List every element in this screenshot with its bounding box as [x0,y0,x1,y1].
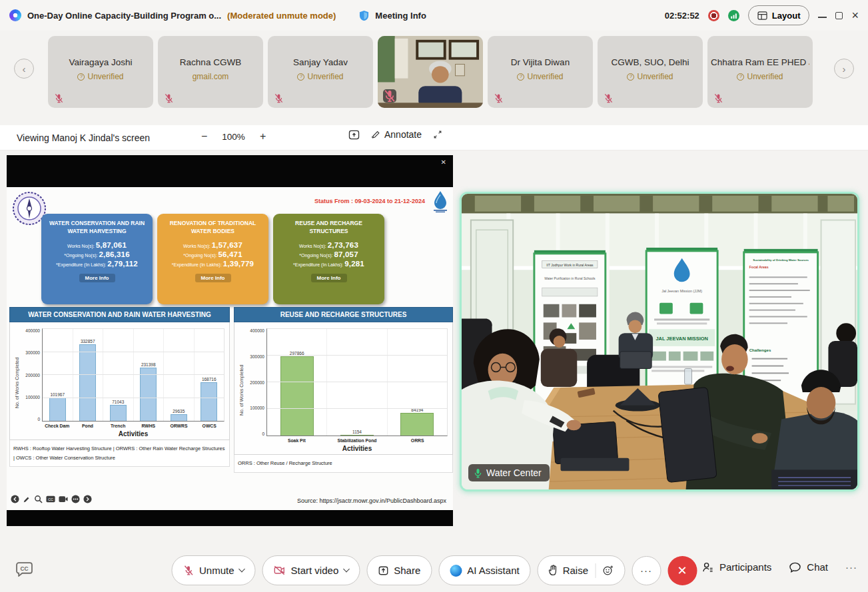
card-renovation: RENOVATION OF TRADITIONAL WATER BODIES W… [157,214,268,304]
annotate-button[interactable]: Annotate [371,129,422,140]
layout-grid-icon [757,11,767,20]
raise-hand-button[interactable]: Raise [538,555,625,585]
annotate-pen-icon [371,130,380,139]
plot-area: 297866115484194 [266,328,448,436]
unmute-button[interactable]: Unmute [171,555,256,585]
minimize-button[interactable] [818,17,827,18]
chevron-down-icon [343,566,350,573]
participants-icon [701,561,714,573]
zoom-out-button[interactable]: − [199,129,210,144]
restore-button[interactable] [835,12,843,19]
more-icon [71,495,80,503]
recording-indicator-icon [708,10,719,21]
public-dashboard: Status From : 09-03-2024 to 21-12-2024 W… [7,187,453,510]
participant-name: Rachna CGWB [180,57,241,67]
y-axis-label: No. of Works Completed [15,328,22,438]
unverified-icon: ? [297,73,304,81]
leave-meeting-button[interactable]: ✕ [667,556,697,585]
share-icon [378,565,388,576]
remote-close-icon: ✕ [441,158,446,166]
mic-muted-icon [713,93,723,103]
filmstrip-tiles: Vairagaya Joshi?UnverifiedRachna CGWBgma… [48,36,813,108]
summary-cards: WATER CONSERVATION AND RAIN WATER HARVES… [41,214,384,304]
y-axis-label: No. of Works Completed [239,328,246,452]
shared-screen-top-bar: ✕ [7,155,453,187]
participant-tile[interactable]: CGWB, SUO, Delhi?Unverified [598,36,703,108]
expand-icon[interactable] [433,130,442,139]
view-on-device-icon[interactable] [348,130,360,140]
bar-column: 231398 [134,329,165,421]
more-options-button[interactable]: ··· [632,556,661,585]
svg-text:IIT Jodhpur Work in Rural Area: IIT Jodhpur Work in Rural Areas [546,264,594,267]
webex-logo-icon [9,9,21,21]
active-speaker-name: Water Center [486,467,542,478]
mic-muted-icon [604,93,614,103]
control-bar: CC Unmute Start video S [0,549,868,592]
bar-column: 168716 [195,329,224,421]
shared-screen-bottom-bar [7,510,453,526]
title-bar: One-Day Online Capacity-Building Program… [0,0,868,31]
meeting-room-scene: IIT Jodhpur Work in Rural Areas Water Pu… [462,194,857,489]
chat-button[interactable]: Chat [789,561,828,573]
participant-video-tile[interactable] [378,36,483,108]
card-reuse-recharge: REUSE AND RECHARGE STRUCTURES Works No(s… [273,214,384,304]
zoom-in-button[interactable]: + [257,129,268,144]
closed-captions-icon[interactable]: CC [16,561,33,579]
layout-button[interactable]: Layout [748,5,810,25]
call-controls: Unmute Start video Share AI Assistant [171,555,697,585]
layout-label: Layout [772,11,801,21]
meeting-title: One-Day Online Capacity-Building Program… [27,11,221,21]
x-axis-label: Activities [42,430,224,438]
more-panels-button[interactable]: ··· [845,561,857,573]
participant-tile[interactable]: Chhatra Ram EE PHED Jai...?Unverified [707,36,813,108]
ai-assistant-icon [450,565,462,577]
filmstrip-next-button[interactable]: › [834,59,854,79]
participant-tile[interactable]: Dr Vijita Diwan?Unverified [488,36,593,108]
participant-filmstrip: ‹ Vairagaya Joshi?UnverifiedRachna CGWBg… [0,31,868,119]
participant-tile[interactable]: Sanjay Yadav?Unverified [268,36,373,108]
annotate-label: Annotate [384,129,422,140]
unmute-label: Unmute [199,565,234,576]
filmstrip-prev-button[interactable]: ‹ [14,59,34,79]
reactions-smiley-icon[interactable] [602,565,614,576]
cc-icon: CC [46,495,55,503]
card-title: RENOVATION OF TRADITIONAL WATER BODIES [163,220,263,236]
bar-column: 71043 [103,329,134,421]
participant-status: ?Unverified [517,72,563,81]
connection-signal-icon [728,10,739,21]
chart-water-conservation: WATER CONSERVATION AND RAIN WATER HARVES… [9,307,230,467]
stage-video[interactable]: IIT Jodhpur Work in Rural Areas Water Pu… [460,192,859,491]
y-axis-ticks: 4000003000002000001000000 [246,328,266,436]
svg-text:Jal Jeevan Mission (JJM): Jal Jeevan Mission (JJM) [661,289,702,293]
card-title: REUSE AND RECHARGE STRUCTURES [278,220,379,236]
mic-muted-icon [494,93,504,103]
ai-assistant-button[interactable]: AI Assistant [438,555,530,585]
bar-column: 29635 [164,329,195,421]
chart-title: REUSE AND RECHARGE STRUCTURES [234,307,453,322]
mic-muted-icon [164,93,174,103]
bar-column: 84194 [388,329,447,436]
status-date-range: Status From : 09-03-2024 to 21-12-2024 [314,198,425,204]
svg-text:Focal Areas: Focal Areas [749,265,769,269]
participants-button[interactable]: Participants [701,561,771,573]
start-video-button[interactable]: Start video [262,555,360,585]
chart-footnote: RWHS : Rooftop Water Harvesting Structur… [9,440,230,467]
participant-status: ?Unverified [627,72,673,81]
bar-column: 101967 [43,329,73,421]
participant-tile[interactable]: Vairagaya Joshi?Unverified [48,36,153,108]
close-button[interactable]: × [851,9,859,21]
camera-off-icon [274,565,286,575]
moderated-mode-label: (Moderated unmute mode) [227,11,336,21]
y-axis-ticks: 4000003000002000001000000 [22,328,42,422]
more-info-link: More Info [311,274,347,282]
share-button[interactable]: Share [366,555,432,585]
unverified-icon: ? [517,73,524,81]
mic-muted-icon [274,93,284,103]
shared-screen[interactable]: ✕ Status From : 09-03-2024 to 21-12-2024… [7,155,453,526]
meeting-info-button[interactable]: Meeting Info [375,11,426,21]
raise-hand-icon [549,565,558,576]
participant-tile[interactable]: Rachna CGWBgmail.com [158,36,263,108]
card-title: WATER CONSERVATION AND RAIN WATER HARVES… [47,220,147,236]
chat-icon [789,561,801,573]
divider [595,563,596,578]
